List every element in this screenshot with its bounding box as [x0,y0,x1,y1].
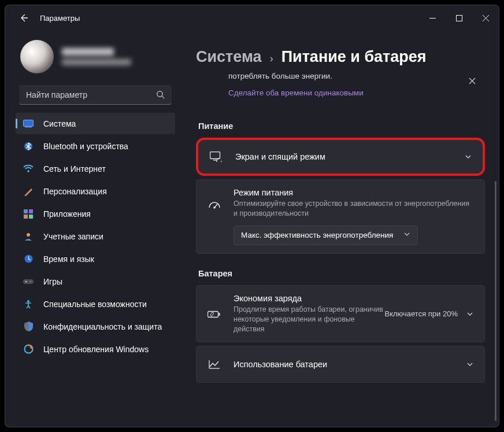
section-battery-label: Батарея [198,269,485,278]
card-power-mode: Режим питания Оптимизируйте свое устройс… [196,179,485,254]
sidebar-item-label: Специальные возможности [43,300,147,309]
svg-point-5 [27,170,29,172]
svg-rect-12 [23,279,34,284]
svg-rect-8 [24,215,28,219]
breadcrumb-separator: › [270,53,273,65]
close-icon [469,77,476,84]
wifi-icon [23,163,34,175]
sidebar-item-label: Центр обновления Windows [43,345,149,354]
minimize-icon [429,15,436,21]
card-title: Режим питания [234,188,474,197]
globe-clock-icon [23,253,34,265]
svg-point-15 [27,300,29,302]
card-body: Экономия заряда Продлите время работы ба… [234,294,385,334]
gamepad-icon [23,276,34,287]
arrow-left-icon [19,13,28,23]
sidebar-item-gaming[interactable]: Игры [16,271,175,292]
window-title: Параметры [40,14,80,23]
sidebar-item-apps[interactable]: Приложения [16,203,175,224]
maximize-icon [456,15,462,21]
profile[interactable] [9,35,182,83]
sidebar-item-label: Сеть и Интернет [43,164,106,173]
maximize-button[interactable] [446,6,472,29]
card-body: Режим питания Оптимизируйте свое устройс… [234,188,474,245]
sidebar-item-accessibility[interactable]: Специальные возможности [16,293,175,315]
sidebar-item-privacy[interactable]: Конфиденциальность и защита [16,316,175,337]
search-icon [156,90,165,99]
svg-point-14 [30,281,31,282]
sidebar-item-label: Игры [43,277,62,286]
card-right: Включается при 20% [385,309,474,318]
back-button[interactable] [16,10,32,26]
battery-saver-value: Включается при 20% [385,309,458,318]
sidebar-item-network[interactable]: Сеть и Интернет [16,158,175,179]
chevron-down-icon [466,310,474,318]
search-input[interactable]: Найти параметр [19,85,172,105]
card-battery-saver[interactable]: Экономия заряда Продлите время работы ба… [196,285,485,343]
chevron-down-icon [464,153,472,161]
card-battery-usage[interactable]: Использование батареи [196,346,485,383]
sidebar-item-label: Bluetooth и устройства [43,142,128,151]
sidebar-item-label: Конфиденциальность и защита [43,322,162,331]
sidebar-item-accounts[interactable]: Учетные записи [16,226,175,247]
notice-close-button[interactable] [464,73,480,89]
card-screen-sleep[interactable]: Экран и спящий режим [196,138,485,176]
card-body: Использование батареи [234,360,458,369]
close-icon [483,15,489,21]
main: Система › Питание и батарея потреблять б… [186,31,499,427]
chart-icon [207,360,222,369]
chevron-down-icon [466,360,474,368]
card-body: Экран и спящий режим [235,152,456,161]
breadcrumb-current: Питание и батарея [281,48,427,66]
sidebar-item-label: Приложения [43,209,91,219]
breadcrumb: Система › Питание и батарея [196,48,485,66]
avatar [20,40,54,73]
svg-rect-9 [29,215,33,219]
power-mode-dropdown[interactable]: Макс. эффективность энергопотребления [234,226,418,245]
svg-rect-17 [210,152,220,159]
system-icon [23,118,34,130]
person-icon [23,231,34,242]
svg-rect-2 [24,120,34,126]
sidebar-item-label: Система [43,119,76,128]
profile-email-blurred [62,59,131,65]
svg-rect-6 [24,209,28,213]
sidebar-item-label: Учетные записи [43,232,103,241]
minimize-button[interactable] [419,6,446,29]
accessibility-icon [23,298,34,310]
chevron-down-icon [403,231,410,239]
nav: Система Bluetooth и устройства Сеть и Ин… [9,113,182,361]
sidebar-item-time[interactable]: Время и язык [16,248,175,269]
gauge-icon [207,200,222,209]
sidebar-item-personalization[interactable]: Персонализация [16,180,175,202]
body: Найти параметр Система Bluetooth и устро… [5,31,499,427]
sidebar: Найти параметр Система Bluetooth и устро… [5,31,186,427]
window-controls [419,6,499,29]
notice-banner: потреблять больше энергии. Сделайте оба … [196,72,485,106]
sidebar-item-update[interactable]: Центр обновления Windows [16,338,175,360]
card-subtitle: Оптимизируйте свое устройство в зависимо… [234,199,474,219]
sidebar-item-label: Персонализация [43,187,107,196]
notice-link[interactable]: Сделайте оба времени одинаковыми [228,88,462,97]
screen-sleep-icon [209,152,224,162]
sidebar-item-system[interactable]: Система [16,113,175,134]
scrollbar[interactable] [495,181,496,421]
titlebar: Параметры [5,5,499,31]
svg-point-1 [157,91,162,97]
bluetooth-icon [23,141,34,152]
card-title: Экран и спящий режим [235,152,456,161]
dropdown-value: Макс. эффективность энергопотребления [241,231,393,239]
close-button[interactable] [472,6,499,29]
settings-window: Параметры Найти параметр [5,5,499,427]
shield-icon [23,321,34,333]
update-icon [23,344,34,355]
breadcrumb-parent[interactable]: Система [196,48,262,66]
sidebar-item-bluetooth[interactable]: Bluetooth и устройства [16,135,175,157]
search-placeholder: Найти параметр [26,90,156,99]
notice-text: потреблять больше энергии. [228,72,462,80]
card-title: Экономия заряда [234,294,385,303]
card-subtitle: Продлите время работы батареи, ограничив… [234,305,385,334]
svg-point-13 [25,281,27,282]
profile-name-blurred [62,48,114,56]
sidebar-item-label: Время и язык [43,254,94,264]
